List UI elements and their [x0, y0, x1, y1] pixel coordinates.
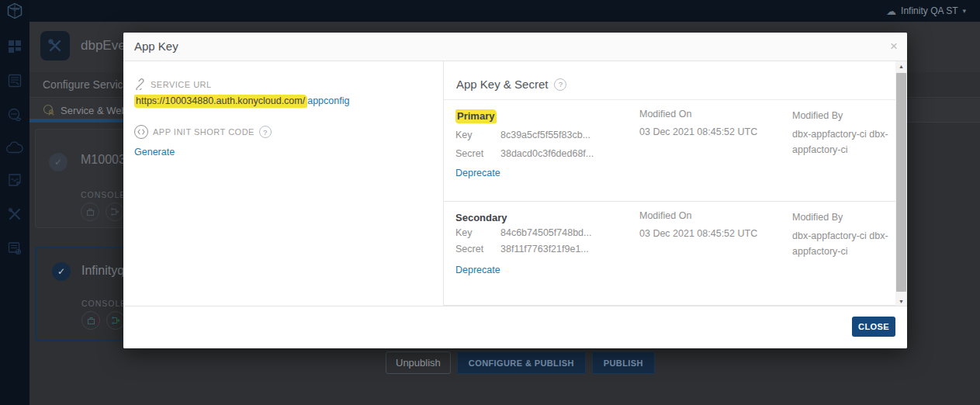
- secret-value: 38dacd0c3f6ded68f...: [500, 148, 594, 159]
- modified-on-label: Modified On: [639, 210, 787, 221]
- unpublish-button[interactable]: Unpublish: [386, 351, 451, 374]
- publish-button[interactable]: PUBLISH: [592, 351, 655, 374]
- key-value: 8c39a5cf5f55f83cb...: [500, 130, 590, 140]
- scrollbar-thumb[interactable]: [896, 73, 906, 292]
- service-url-row: SERVICE URL: [134, 78, 431, 90]
- service-web-icon: [43, 104, 55, 116]
- configure-publish-button[interactable]: CONFIGURE & PUBLISH: [457, 351, 586, 374]
- app-init-label: APP INIT SHORT CODE: [153, 127, 255, 137]
- cloud-icon: ☁: [886, 5, 896, 17]
- modified-on-label: Modified On: [639, 109, 787, 119]
- modified-on-value: 03 Dec 2021 08:45:52 UTC: [639, 228, 787, 239]
- deprecate-link[interactable]: Deprecate: [455, 168, 500, 178]
- caret-down-icon: ▾: [962, 7, 966, 15]
- modal-footer: CLOSE: [123, 306, 907, 348]
- modified-on-column: Modified On 03 Dec 2021 08:45:52 UTC: [639, 109, 787, 137]
- service-url-pane: SERVICE URL https://100034880.auth.konyc…: [123, 61, 443, 306]
- modal-title: App Key: [134, 33, 178, 61]
- console-flow-button[interactable]: [106, 202, 124, 221]
- service-url-highlighted: https://100034880.auth.konycloud.com/: [134, 95, 307, 108]
- app-title: dbpEver: [81, 38, 130, 54]
- app-tools-icon: [40, 31, 70, 61]
- configure-services-label: Configure Services: [43, 78, 134, 91]
- apps-grid-icon[interactable]: [7, 39, 23, 54]
- secret-value: 38f11f7763f21f9e1...: [500, 244, 589, 254]
- section-title: Primary: [455, 109, 497, 123]
- modified-on-column: Modified On 03 Dec 2021 08:45:52 UTC: [639, 210, 787, 239]
- secondary-key-section: Secondary Key84c6b74505f748bd... Secret3…: [444, 202, 895, 306]
- code-icon: [134, 125, 148, 139]
- screen: Configure Services Service & Web C dbpEv…: [0, 0, 980, 405]
- topbar: ☁ Infinity QA ST ▾: [0, 0, 980, 22]
- tools-icon[interactable]: [7, 206, 23, 222]
- app-key-secret-help-icon[interactable]: ?: [554, 78, 566, 91]
- card-selected-check-icon: ✓: [52, 262, 71, 281]
- app-init-help-icon[interactable]: ?: [259, 126, 272, 138]
- publish-actions: Unpublish CONFIGURE & PUBLISH PUBLISH: [386, 351, 655, 374]
- primary-key-section: Primary Key8c39a5cf5f55f83cb... Secret38…: [444, 100, 895, 202]
- generate-link[interactable]: Generate: [134, 147, 175, 158]
- close-icon[interactable]: ×: [890, 39, 898, 54]
- console-puzzle-button[interactable]: [81, 202, 99, 221]
- kony-logo-icon[interactable]: [0, 0, 29, 22]
- modal-header: App Key ×: [123, 33, 907, 61]
- app-header: dbpEver: [40, 31, 130, 61]
- service-url-value: https://100034880.auth.konycloud.com/app…: [134, 95, 431, 106]
- section-title: Secondary: [455, 212, 507, 223]
- modal-scrollbar[interactable]: ▲ ▼: [895, 61, 907, 306]
- modified-on-value: 03 Dec 2021 08:45:52 UTC: [639, 126, 787, 137]
- card-check-icon: ✓: [49, 153, 68, 171]
- sidebar: [0, 0, 29, 405]
- api-docs-icon[interactable]: [7, 73, 23, 88]
- app-key-secret-title: App Key & Secret: [456, 78, 548, 91]
- cloud-icon[interactable]: [6, 141, 23, 154]
- secret-row: Secret38dacd0c3f6ded68f...: [455, 148, 594, 159]
- app-init-row: APP INIT SHORT CODE ?: [134, 125, 431, 139]
- server-docs-icon[interactable]: [7, 241, 23, 256]
- account-menu[interactable]: ☁ Infinity QA ST ▾: [886, 0, 966, 22]
- console-puzzle-button[interactable]: [81, 311, 100, 330]
- app-key-secret-heading: App Key & Secret ?: [444, 61, 895, 100]
- reports-icon[interactable]: [7, 172, 23, 188]
- account-name: Infinity QA ST: [901, 5, 957, 16]
- chat-icon[interactable]: [7, 107, 23, 123]
- deprecate-link[interactable]: Deprecate: [455, 265, 500, 275]
- service-url-label: SERVICE URL: [151, 80, 212, 89]
- key-row: Key8c39a5cf5f55f83cb...: [455, 130, 590, 140]
- app-key-secret-pane: App Key & Secret ? Primary Key8c39a5cf5f…: [443, 61, 895, 306]
- close-button[interactable]: CLOSE: [852, 317, 895, 337]
- key-value: 84c6b74505f748bd...: [500, 227, 591, 238]
- app-key-modal: App Key × SERVICE URL https://100034880.…: [123, 33, 907, 348]
- console-flow-button[interactable]: [106, 311, 125, 330]
- modal-body: SERVICE URL https://100034880.auth.konyc…: [123, 61, 907, 306]
- link-icon: [134, 78, 146, 90]
- appconfig-link[interactable]: appconfig: [307, 95, 349, 106]
- scroll-up-icon[interactable]: ▲: [895, 61, 907, 71]
